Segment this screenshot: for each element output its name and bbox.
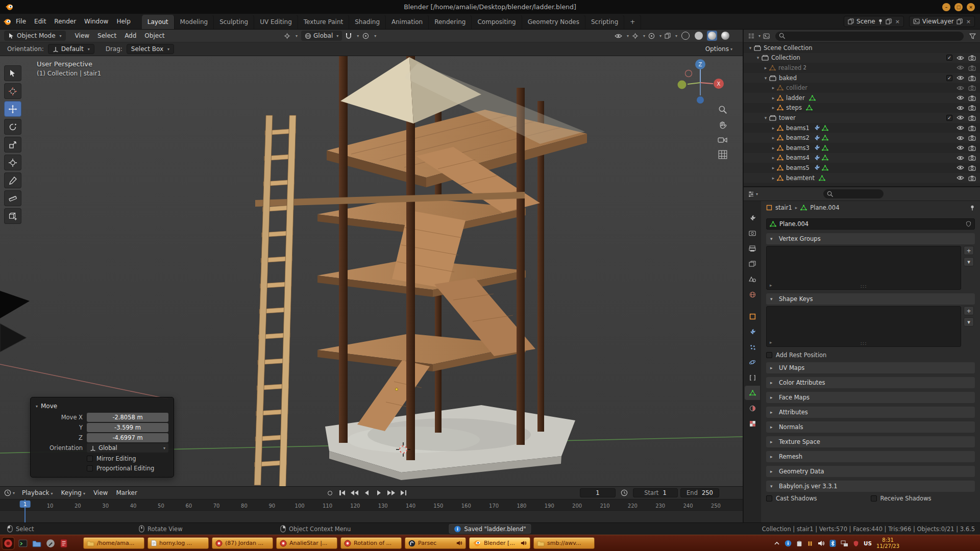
list-filter-toggle-icon[interactable]: ▸ <box>770 283 772 288</box>
taskbar-window-button[interactable]: /home/ama... <box>83 537 144 549</box>
start-menu-button[interactable] <box>2 537 15 550</box>
properties-editor-icon[interactable] <box>748 191 754 197</box>
camera-icon[interactable] <box>968 85 976 91</box>
chevron-down-icon[interactable]: ▾ <box>762 76 769 81</box>
taskbar-window-button[interactable]: smb://awv... <box>533 537 595 549</box>
camera-icon[interactable] <box>968 95 976 101</box>
shading-rendered-button[interactable] <box>720 31 730 41</box>
chevron-down-icon[interactable]: ▾ <box>762 115 769 120</box>
camera-icon[interactable] <box>968 65 976 71</box>
pin-icon[interactable] <box>970 205 975 211</box>
eye-icon[interactable] <box>957 145 964 151</box>
section-header-shape-keys[interactable]: ▾Shape Keys <box>766 293 975 305</box>
object-visibility-icon[interactable] <box>615 33 622 39</box>
taskbar-window-button[interactable]: Parsec <box>405 537 466 549</box>
properties-search-input[interactable] <box>823 189 884 198</box>
section-header-face-maps[interactable]: ▸Face Maps <box>766 392 975 403</box>
camera-icon[interactable] <box>968 125 976 131</box>
start-frame-field[interactable]: Start 1 <box>633 488 678 497</box>
timeline-editor[interactable]: ▾ Playback▾Keying▾ViewMarker 1 Start 1 E… <box>0 486 743 522</box>
section-header-remesh[interactable]: ▸Remesh <box>766 451 975 462</box>
section-header-normals[interactable]: ▸Normals <box>766 421 975 433</box>
outliner-row-beams4[interactable]: ▸beams4 <box>744 153 980 163</box>
options-dropdown[interactable]: Options ▾ <box>705 45 732 53</box>
snap-magnet-icon[interactable] <box>346 33 352 39</box>
current-frame-field[interactable]: 1 <box>580 488 616 497</box>
menu-window[interactable]: Window <box>80 16 112 27</box>
tab-sculpting[interactable]: Sculpting <box>214 15 254 29</box>
tab-compositing[interactable]: Compositing <box>472 15 522 29</box>
viewport-menu-add[interactable]: Add <box>120 31 140 41</box>
list-resize-grip[interactable]: ::: <box>860 283 867 289</box>
outliner-row-scene-collection[interactable]: ▾Scene Collection <box>744 43 980 53</box>
property-checkbox[interactable] <box>871 495 877 502</box>
menu-render[interactable]: Render <box>50 16 80 27</box>
tool-add-cube-button[interactable] <box>4 208 21 224</box>
chevron-right-icon[interactable]: ▸ <box>770 176 777 181</box>
outliner-row-collection[interactable]: ▾Collection✓ <box>744 53 980 63</box>
outliner-row-steps[interactable]: ▸steps <box>744 103 980 113</box>
tray-pause-icon[interactable] <box>807 540 813 547</box>
section-header-vertex-groups[interactable]: ▾Vertex Groups <box>766 233 975 244</box>
menu-file[interactable]: File <box>12 16 30 27</box>
auto-key-button[interactable] <box>325 488 335 497</box>
play-button[interactable] <box>374 488 384 497</box>
timeline-menu-view[interactable]: View <box>89 488 112 498</box>
timeline-ruler[interactable]: 1020304050607080901001101201301401501601… <box>0 499 743 511</box>
outliner-row-beams5[interactable]: ▸beams5 <box>744 163 980 173</box>
show-gizmos-icon[interactable] <box>632 33 639 39</box>
new-viewlayer-icon[interactable] <box>957 18 963 24</box>
jump-start-button[interactable] <box>337 488 348 497</box>
outliner-search-input[interactable] <box>775 32 964 41</box>
proportional-editing-icon[interactable] <box>362 33 369 39</box>
show-overlays-icon[interactable] <box>648 33 655 39</box>
chevron-right-icon[interactable]: ▸ <box>770 145 777 151</box>
chevron-right-icon[interactable]: ▸ <box>770 126 777 131</box>
properties-tab-constraints[interactable] <box>745 370 760 385</box>
eye-icon[interactable] <box>957 165 964 170</box>
chevron-right-icon[interactable]: ▸ <box>770 105 777 110</box>
tab-animation[interactable]: Animation <box>386 15 429 29</box>
shape-keys-list[interactable]: ▸::: <box>766 306 961 347</box>
orientation-dropdown[interactable]: Default ▾ <box>48 44 94 54</box>
camera-icon[interactable] <box>968 75 976 81</box>
add-item-button[interactable]: + <box>964 306 974 315</box>
jump-end-button[interactable] <box>398 488 409 497</box>
move-field-value[interactable]: -2.8058 m <box>87 413 168 422</box>
chevron-right-icon[interactable]: ▸ <box>770 85 777 90</box>
shading-wireframe-button[interactable] <box>680 31 691 41</box>
tool-transform-button[interactable] <box>4 155 21 170</box>
eye-icon[interactable] <box>957 135 964 141</box>
quick-launch-files-icon[interactable] <box>32 540 41 547</box>
pan-hand-icon[interactable] <box>718 120 727 130</box>
chevron-right-icon[interactable]: ▸ <box>770 95 777 101</box>
collection-exclude-checkbox[interactable]: ✓ <box>946 115 952 121</box>
section-header-babylon-js-ver-3-3-1[interactable]: ▾Babylon.js ver 3.3.1 <box>766 481 975 492</box>
tray-info-icon[interactable]: i <box>785 540 792 547</box>
tray-bluetooth-icon[interactable] <box>829 540 836 547</box>
tray-volume-icon[interactable] <box>818 540 825 546</box>
mode-selector[interactable]: Object Mode ▾ <box>4 31 66 41</box>
move-panel-header[interactable]: ▾ Move <box>36 400 168 412</box>
fake-user-icon[interactable] <box>966 221 971 227</box>
play-reverse-button[interactable] <box>361 488 372 497</box>
properties-tab-view-layer[interactable] <box>745 257 760 271</box>
eye-icon[interactable] <box>957 105 964 111</box>
window-close-button[interactable]: × <box>967 3 975 11</box>
properties-tab-output[interactable] <box>745 241 760 256</box>
outliner-row-baked[interactable]: ▾baked✓ <box>744 73 980 83</box>
section-header-color-attributes[interactable]: ▸Color Attributes <box>766 377 975 388</box>
taskbar-window-button[interactable]: Blender [... <box>469 537 530 549</box>
eye-icon[interactable] <box>957 155 964 161</box>
properties-tab-material[interactable] <box>745 401 760 415</box>
tool-annotate-button[interactable] <box>4 172 21 188</box>
camera-icon[interactable] <box>968 175 976 181</box>
properties-tab-physics[interactable] <box>745 355 760 369</box>
unlink-scene-icon[interactable]: × <box>895 18 900 25</box>
section-header-texture-space[interactable]: ▸Texture Space <box>766 436 975 447</box>
filter-icon[interactable] <box>969 33 976 39</box>
tab-modeling[interactable]: Modeling <box>175 15 214 29</box>
move-option-checkbox[interactable] <box>87 465 93 471</box>
tool-tweak-button[interactable] <box>4 65 21 81</box>
timeline-menu-playback[interactable]: Playback▾ <box>18 488 57 498</box>
